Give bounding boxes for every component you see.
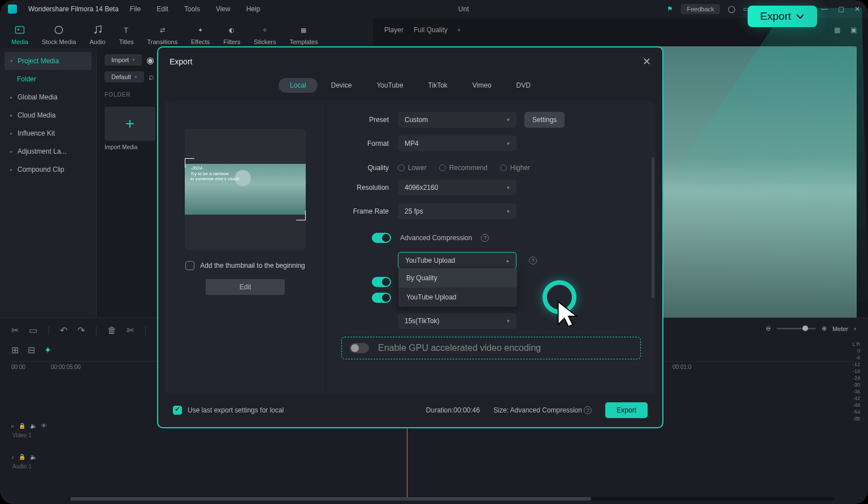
settings-button[interactable]: Settings xyxy=(524,112,565,128)
sidebar-compound-clip[interactable]: ▸Compound Clip xyxy=(5,160,92,179)
mute-icon[interactable]: 🔈 xyxy=(30,423,37,429)
toolbar-tabs: Media Stock Media Audio TTitles ⇄Transit… xyxy=(0,18,373,49)
tab-media[interactable]: Media xyxy=(11,24,28,45)
export-tab-dvd[interactable]: DVD xyxy=(505,78,542,93)
advanced-compression-toggle[interactable] xyxy=(372,233,391,243)
dropdown-opt-by-quality[interactable]: By Quality xyxy=(398,268,517,288)
zoom-out-icon[interactable]: ⊖ xyxy=(766,325,771,332)
export-confirm-button[interactable]: Export xyxy=(605,402,648,418)
unknown-toggle-2[interactable] xyxy=(372,293,391,303)
zoom-slider[interactable] xyxy=(776,328,816,329)
video-icon[interactable]: ▹ xyxy=(11,423,14,429)
sidebar-influence-kit[interactable]: ▸Influence Kit xyxy=(5,124,92,142)
dialog-close-icon[interactable]: ✕ xyxy=(643,55,651,68)
chevron-down-icon[interactable]: ▾ xyxy=(458,27,461,33)
audio-track-label: Audio 1 xyxy=(11,463,857,470)
eye-icon[interactable]: 👁 xyxy=(41,423,47,429)
preset-select[interactable]: Custom▾ xyxy=(398,112,517,128)
tab-stock-media[interactable]: Stock Media xyxy=(42,24,76,45)
export-thumbnail[interactable]: -2024- Try to be a rainbow in someone el… xyxy=(185,129,306,250)
magnet-icon[interactable]: ✦ xyxy=(44,345,51,355)
grid-view-icon[interactable]: ▦ xyxy=(834,26,840,34)
tab-transitions[interactable]: ⇄Transitions xyxy=(147,24,177,45)
search-icon[interactable]: ⌕ xyxy=(149,72,154,82)
meter-label[interactable]: Meter xyxy=(832,325,848,332)
edit-thumbnail-button[interactable]: Edit xyxy=(206,279,285,295)
use-last-settings-checkbox[interactable]: Use last export settings for local xyxy=(173,406,284,415)
record-icon[interactable]: ◯ xyxy=(728,5,735,13)
import-media-tile[interactable]: + Import Media xyxy=(105,107,155,150)
sidebar-global-media[interactable]: ▸Global Media xyxy=(5,88,92,106)
help-icon[interactable]: ? xyxy=(584,406,592,414)
cursor-arrow-icon xyxy=(556,299,581,331)
track-link-icon[interactable]: ⊟ xyxy=(28,345,35,355)
menu-edit[interactable]: Edit xyxy=(157,5,168,13)
help-icon[interactable]: ? xyxy=(481,234,489,242)
scissors-icon[interactable]: ✂ xyxy=(11,325,19,336)
add-thumbnail-checkbox[interactable]: Add the thumbnail to the beginning xyxy=(185,261,305,270)
window-minimize-icon[interactable]: — xyxy=(821,5,828,13)
export-duration: Duration:00:00:46 xyxy=(426,406,480,414)
menu-tools[interactable]: Tools xyxy=(184,5,200,13)
advanced-compression-label: Advanced Compression xyxy=(400,234,472,242)
export-highlight-button[interactable]: Export xyxy=(748,6,817,27)
quality-higher-radio[interactable]: Higher xyxy=(500,164,530,172)
tab-filters[interactable]: ◐Filters xyxy=(223,24,240,45)
pointer-icon[interactable]: ▭ xyxy=(29,325,37,336)
quality-lower-radio[interactable]: Lower xyxy=(398,164,427,172)
sidebar-adjustment-layer[interactable]: ▸Adjustment La... xyxy=(5,142,92,160)
menu-help[interactable]: Help xyxy=(246,5,261,13)
lock-icon[interactable]: 🔒 xyxy=(19,423,25,429)
export-tab-vimeo[interactable]: Vimeo xyxy=(461,78,503,93)
record-mini-icon[interactable]: ◉ xyxy=(146,55,154,66)
unknown-toggle-1[interactable] xyxy=(372,277,391,287)
compression-mode-select[interactable]: YouTube Upload▴ By Quality YouTube Uploa… xyxy=(398,252,517,269)
window-close-icon[interactable]: ✕ xyxy=(854,5,860,13)
scrollbar[interactable] xyxy=(652,157,654,298)
menu-file[interactable]: File xyxy=(130,5,141,13)
gpu-accel-label: Enable GPU accelerated video encoding xyxy=(378,343,541,353)
export-tab-device[interactable]: Device xyxy=(320,78,363,93)
export-tab-youtube[interactable]: YouTube xyxy=(365,78,414,93)
help-icon[interactable]: ? xyxy=(529,257,537,264)
tiktok-duration-select[interactable]: 15s(TikTok)▾ xyxy=(398,313,517,329)
plus-icon: + xyxy=(125,115,134,133)
sidebar-cloud-media[interactable]: ▸Cloud Media xyxy=(5,106,92,124)
delete-icon[interactable]: 🗑 xyxy=(107,325,116,336)
track-add-icon[interactable]: ⊞ xyxy=(11,345,19,355)
tab-effects[interactable]: ✦Effects xyxy=(191,24,210,45)
mute-icon[interactable]: 🔈 xyxy=(30,454,37,460)
sidebar-folder[interactable]: Folder xyxy=(5,70,92,88)
gift-icon[interactable]: ⚑ xyxy=(667,5,673,13)
window-maximize-icon[interactable]: ▢ xyxy=(838,5,844,13)
menu-view[interactable]: View xyxy=(216,5,231,13)
h-scrollbar[interactable] xyxy=(68,497,834,501)
export-tab-tiktok[interactable]: TikTok xyxy=(417,78,459,93)
redo-icon[interactable]: ↷ xyxy=(77,325,85,336)
quality-recommend-radio[interactable]: Recommend xyxy=(439,164,488,172)
tab-titles[interactable]: TTitles xyxy=(119,24,134,45)
resolution-select[interactable]: 4096x2160▾ xyxy=(398,180,517,195)
tab-audio[interactable]: Audio xyxy=(90,24,106,45)
dropdown-opt-youtube-upload[interactable]: YouTube Upload xyxy=(398,288,517,307)
tab-stickers[interactable]: ✧Stickers xyxy=(254,24,276,45)
format-select[interactable]: MP4▾ xyxy=(398,136,517,151)
sort-default-button[interactable]: Default▾ xyxy=(105,71,144,82)
zoom-in-icon[interactable]: ⊕ xyxy=(822,325,827,332)
app-logo-icon xyxy=(8,5,17,14)
export-tabs: Local Device YouTube TikTok Vimeo DVD xyxy=(158,76,662,101)
cut-icon[interactable]: ✄ xyxy=(127,325,134,336)
feedback-button[interactable]: Feedback xyxy=(681,4,719,14)
lock-icon[interactable]: 🔒 xyxy=(19,454,25,460)
audio-icon[interactable]: ♪ xyxy=(11,454,14,460)
undo-icon[interactable]: ↶ xyxy=(60,325,67,336)
sidebar-project-media[interactable]: ▾Project Media xyxy=(5,52,92,70)
export-tab-local[interactable]: Local xyxy=(279,78,318,93)
tab-templates[interactable]: ▦Templates xyxy=(289,24,318,45)
import-button[interactable]: Import▾ xyxy=(105,54,142,66)
framerate-label: Frame Rate xyxy=(341,207,398,215)
player-quality[interactable]: Full Quality xyxy=(414,26,448,34)
framerate-select[interactable]: 25 fps▾ xyxy=(398,203,517,219)
picture-icon[interactable]: ▣ xyxy=(850,26,857,34)
gpu-accel-toggle[interactable] xyxy=(350,343,369,353)
